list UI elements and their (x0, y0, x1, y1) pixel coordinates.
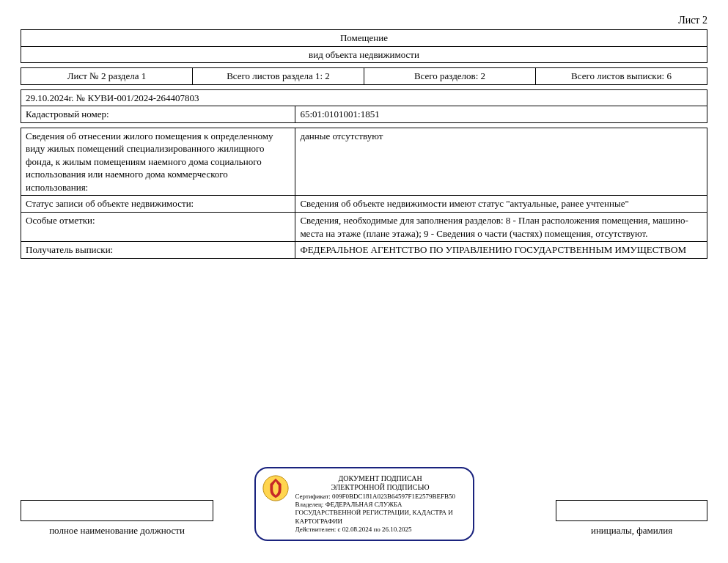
sig-title-1: ДОКУМЕНТ ПОДПИСАН (295, 474, 466, 484)
sig-cert-value: 009F0BDC181A023B64597F1E2579BEFB50 (332, 493, 455, 500)
footer-area: полное наименование должности инициалы, … (21, 500, 707, 542)
eagle-emblem-icon (262, 474, 290, 502)
section-cell-1: Лист № 2 раздела 1 (21, 68, 193, 85)
footer-position-label: полное наименование должности (21, 520, 213, 541)
data-table: Сведения об отнесении жилого помещения к… (21, 128, 707, 259)
page-number: Лист 2 (21, 15, 707, 26)
footer-pos-blank (21, 500, 213, 520)
doc-ref: 29.10.2024г. № КУВИ-001/2024-264407803 (21, 89, 707, 106)
section-row: Лист № 2 раздела 1 Всего листов раздела … (21, 67, 707, 85)
sig-owner-label: Владелец: (295, 501, 324, 508)
cad-label: Кадастровый номер: (21, 106, 295, 123)
row-label: Особые отметки: (21, 213, 295, 242)
signature-stamp: ДОКУМЕНТ ПОДПИСАН ЭЛЕКТРОННОЙ ПОДПИСЬЮ С… (254, 467, 474, 541)
footer-spacer (515, 520, 556, 541)
sig-title-2: ЭЛЕКТРОННОЙ ПОДПИСЬЮ (295, 483, 466, 493)
row-value: ФЕДЕРАЛЬНОЕ АГЕНТСТВО ПО УПРАВЛЕНИЮ ГОСУ… (295, 242, 707, 259)
sig-valid-label: Действителен: (295, 526, 337, 533)
header-table: Помещение вид объекта недвижимости (21, 29, 707, 63)
footer-spacer (213, 500, 254, 520)
section-cell-2: Всего листов раздела 1: 2 (193, 68, 364, 85)
footer-init-blank (556, 500, 707, 520)
row-label: Сведения об отнесении жилого помещения к… (21, 128, 295, 196)
sig-cert-label: Сертификат: (295, 493, 331, 500)
sig-valid: Действителен: с 02.08.2024 по 26.10.2025 (295, 526, 466, 534)
cad-value: 65:01:0101001:1851 (295, 106, 707, 123)
row-value: данные отсутствуют (295, 128, 707, 196)
sig-valid-value: с 02.08.2024 по 26.10.2025 (338, 526, 412, 533)
header-title: Помещение (21, 30, 707, 47)
section-cell-4: Всего листов выписки: 6 (536, 68, 707, 85)
row-label: Статус записи об объекте недвижимости: (21, 196, 295, 213)
section-cell-3: Всего разделов: 2 (364, 68, 536, 85)
footer-spacer (515, 500, 556, 520)
sig-owner: Владелец: ФЕДЕРАЛЬНАЯ СЛУЖБА ГОСУДАРСТВЕ… (295, 501, 466, 526)
row-label: Получатель выписки: (21, 242, 295, 259)
footer-initials-label: инициалы, фамилия (556, 520, 707, 541)
sig-cert: Сертификат: 009F0BDC181A023B64597F1E2579… (295, 493, 466, 501)
row-value: Сведения об объекте недвижимости имеют с… (295, 196, 707, 213)
footer-spacer (213, 520, 254, 541)
meta-table: 29.10.2024г. № КУВИ-001/2024-264407803 К… (21, 89, 707, 123)
header-subtitle: вид объекта недвижимости (21, 46, 707, 63)
row-value: Сведения, необходимые для заполнения раз… (295, 213, 707, 242)
